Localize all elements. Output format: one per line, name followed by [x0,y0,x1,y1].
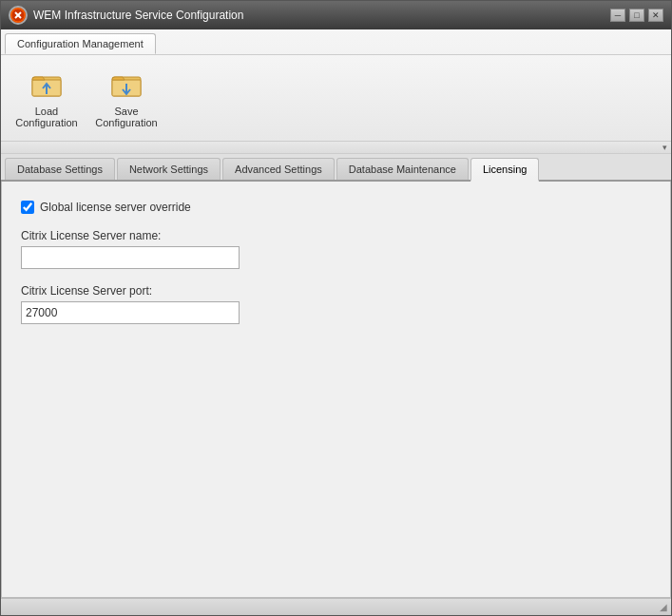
title-bar-left: WEM Infrastructure Service Configuration [9,6,243,25]
server-port-label: Citrix License Server port: [21,284,651,298]
ribbon-bottom-bar: ▾ [1,141,671,153]
server-port-input[interactable] [21,301,240,324]
tab-advanced-settings[interactable]: Advanced Settings [222,158,335,180]
ribbon-tab-config-management[interactable]: Configuration Management [5,33,156,54]
status-bar: ◢ [1,598,671,615]
tab-database-settings[interactable]: Database Settings [5,158,115,180]
load-config-label: Load Configuration [13,106,80,128]
ribbon-content: Load Configuration Save Configuration [1,54,671,141]
main-tabs: Database Settings Network Settings Advan… [1,154,671,182]
global-override-label: Global license server override [40,201,191,214]
save-config-icon [109,67,144,102]
ribbon-tabs: Configuration Management [1,29,671,54]
main-content-licensing: Global license server override Citrix Li… [1,182,671,598]
server-name-group: Citrix License Server name: [21,229,651,269]
server-port-group: Citrix License Server port: [21,284,651,324]
resize-icon: ◢ [660,602,667,612]
main-window: WEM Infrastructure Service Configuration… [0,0,672,616]
main-area: Database Settings Network Settings Advan… [1,154,671,598]
save-config-label: Save Configuration [93,106,160,128]
licensing-form: Global license server override Citrix Li… [21,201,651,324]
window-controls: ─ □ ✕ [610,9,663,22]
restore-button[interactable]: □ [629,9,644,22]
load-configuration-button[interactable]: Load Configuration [9,61,85,135]
server-name-input[interactable] [21,246,240,269]
close-button[interactable]: ✕ [648,9,663,22]
load-config-icon [29,67,64,102]
server-name-label: Citrix License Server name: [21,229,651,242]
ribbon-area: Configuration Management Load Configu [1,29,671,154]
minimize-button[interactable]: ─ [610,9,625,22]
window-title: WEM Infrastructure Service Configuration [33,9,243,22]
tab-network-settings[interactable]: Network Settings [117,158,221,180]
save-configuration-button[interactable]: Save Configuration [88,61,164,135]
tab-licensing[interactable]: Licensing [470,158,539,182]
expand-icon: ▾ [662,143,667,152]
app-icon [9,6,28,25]
title-bar: WEM Infrastructure Service Configuration… [1,1,671,29]
tab-database-maintenance[interactable]: Database Maintenance [336,158,469,180]
global-override-checkbox[interactable] [21,201,34,214]
global-override-row: Global license server override [21,201,651,214]
